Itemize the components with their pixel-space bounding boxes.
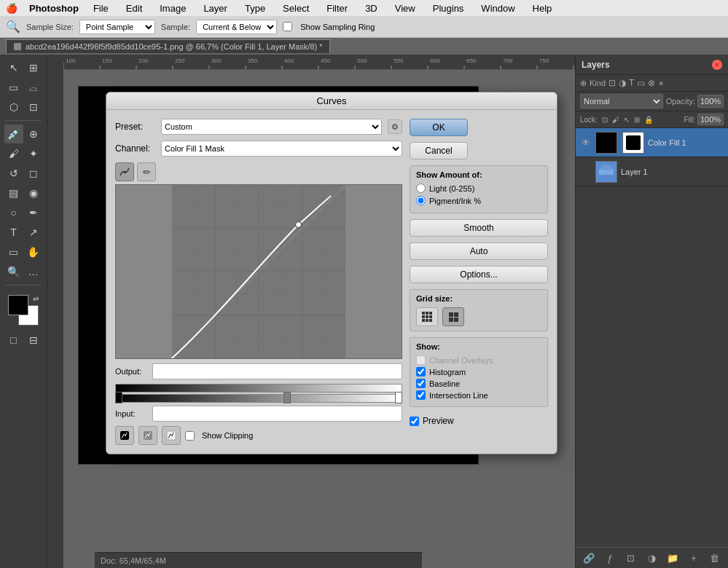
auto-button[interactable]: Auto	[410, 242, 548, 260]
curves-graph[interactable]	[115, 184, 402, 359]
cancel-button[interactable]: Cancel	[410, 142, 468, 159]
preset-select[interactable]: Custom Default Lighter Darker	[161, 119, 382, 135]
document-tab[interactable]: abcd2ea196d442f96f5f9d85dd10ce95-1.png @…	[6, 39, 330, 53]
dodge-tool[interactable]: ○	[4, 203, 23, 222]
add-layer-style-icon[interactable]: ƒ	[603, 551, 617, 565]
type-tool[interactable]: T	[4, 223, 23, 242]
history-brush-tool[interactable]: ↺	[4, 164, 23, 183]
blend-mode-select[interactable]: Normal Multiply Screen Overlay	[580, 94, 663, 109]
brush-tool[interactable]: 🖌	[4, 144, 23, 163]
black-point-slider[interactable]	[115, 392, 122, 403]
filter-toggle[interactable]: ●	[658, 78, 663, 88]
show-clipping-checkbox[interactable]	[185, 431, 195, 441]
lock-paint-icon[interactable]: 🖌	[612, 116, 619, 124]
zoom-tool[interactable]: 🔍	[4, 262, 23, 281]
spot-healing-tool[interactable]: ⊕	[24, 125, 43, 143]
artboard-tool[interactable]: ⊞	[24, 58, 43, 77]
rectangular-marquee-tool[interactable]: ▭	[4, 78, 23, 97]
shape-tool[interactable]: ▭	[4, 242, 23, 261]
edit-in-standard-mode[interactable]: □	[4, 331, 23, 350]
preset-gear-button[interactable]: ⚙	[388, 119, 402, 134]
pen-tool[interactable]: ✒	[24, 203, 43, 222]
move-tool[interactable]: ↖	[4, 58, 23, 77]
grid-small-button[interactable]	[416, 307, 438, 326]
menu-window[interactable]: Window	[478, 1, 517, 15]
smooth-button[interactable]: Smooth	[410, 219, 548, 237]
shape-filter-icon[interactable]: ▭	[637, 78, 645, 88]
foreground-color-swatch[interactable]	[8, 295, 28, 315]
lasso-tool[interactable]: ⌓	[24, 78, 43, 97]
pigment-radio[interactable]	[416, 196, 426, 205]
preview-checkbox[interactable]	[410, 417, 419, 426]
baseline-checkbox[interactable]	[416, 379, 426, 388]
menu-help[interactable]: Help	[530, 1, 555, 15]
black-point-eyedropper[interactable]	[115, 426, 134, 445]
menu-layer[interactable]: Layer	[200, 1, 230, 15]
adjustment-filter-icon[interactable]: ◑	[619, 78, 626, 88]
menu-edit[interactable]: Edit	[123, 1, 145, 15]
hand-tool[interactable]: ✋	[24, 242, 43, 261]
opacity-input[interactable]	[697, 95, 724, 108]
menu-image[interactable]: Image	[157, 1, 189, 15]
output-slider[interactable]	[115, 384, 402, 393]
white-point-eyedropper[interactable]	[162, 426, 181, 445]
layers-panel-close[interactable]: ×	[712, 60, 722, 70]
pixel-filter-icon[interactable]: ⊡	[608, 78, 616, 88]
lock-all-icon[interactable]: 🔒	[644, 116, 653, 124]
menu-plugins[interactable]: Plugins	[430, 1, 467, 15]
intersection-line-checkbox[interactable]	[416, 390, 426, 400]
path-selection-tool[interactable]: ↗	[24, 223, 43, 242]
new-group-icon[interactable]: 📁	[665, 551, 680, 565]
blur-tool[interactable]: ◉	[24, 184, 43, 202]
light-radio[interactable]	[416, 184, 426, 193]
eraser-tool[interactable]: ◻	[24, 164, 43, 183]
show-sampling-ring-checkbox[interactable]	[283, 22, 292, 31]
layer-link-icon[interactable]: 🔗	[582, 551, 596, 565]
menu-select[interactable]: Select	[280, 1, 312, 15]
channel-overlays-checkbox[interactable]	[416, 355, 426, 365]
fill-input[interactable]	[697, 114, 724, 125]
new-layer-icon[interactable]: +	[686, 551, 701, 565]
lock-transparent-icon[interactable]: ⊡	[602, 116, 608, 124]
sample-select[interactable]: Current & Below All Layers Current Layer	[196, 20, 277, 34]
sample-size-select[interactable]: Point Sample 3 by 3 Average 5 by 5 Avera…	[79, 20, 155, 34]
output-value	[152, 363, 402, 379]
swap-colors-icon[interactable]: ⇄	[33, 295, 39, 303]
white-point-slider[interactable]	[395, 392, 402, 403]
add-mask-icon[interactable]: ⊡	[624, 551, 638, 565]
ok-button[interactable]: OK	[410, 119, 468, 136]
curve-pencil-tool[interactable]: ✏	[137, 162, 156, 181]
menu-view[interactable]: View	[392, 1, 418, 15]
apple-menu[interactable]: 🍎	[6, 3, 17, 14]
grid-large-button[interactable]	[442, 307, 464, 326]
gray-point-eyedropper[interactable]	[138, 426, 157, 445]
smart-filter-icon[interactable]: ⊗	[648, 78, 655, 88]
midpoint-slider[interactable]	[283, 392, 291, 403]
channel-select[interactable]: Color Fill 1 Mask RGB Red Green Blue	[161, 141, 402, 157]
eyedropper-tool[interactable]: 💉	[4, 125, 23, 143]
screen-mode[interactable]: ⊟	[24, 331, 43, 350]
histogram-checkbox[interactable]	[416, 367, 426, 376]
lock-artboard-icon[interactable]: ⊞	[634, 116, 640, 124]
extra-tools[interactable]: …	[24, 262, 43, 281]
add-adjustment-icon[interactable]: ◑	[644, 551, 659, 565]
layer-visibility-eye-1[interactable]: 👁	[580, 137, 592, 149]
quick-selection-tool[interactable]: ⬡	[4, 98, 23, 117]
type-filter-icon[interactable]: T	[629, 78, 634, 88]
menu-3d[interactable]: 3D	[362, 1, 380, 15]
colors-preview[interactable]: ⇄	[8, 295, 39, 326]
options-button[interactable]: Options...	[410, 266, 548, 283]
menu-type[interactable]: Type	[242, 1, 268, 15]
crop-tool[interactable]: ⊡	[24, 98, 43, 117]
layer-color-fill-1[interactable]: 👁 Color Fill 1	[576, 128, 728, 157]
delete-layer-icon[interactable]: 🗑	[708, 551, 722, 565]
menu-filter[interactable]: Filter	[324, 1, 351, 15]
lock-move-icon[interactable]: ↖	[624, 116, 630, 124]
layer-mask-thumbnail-1[interactable]	[622, 132, 644, 154]
gradient-tool[interactable]: ▤	[4, 184, 23, 202]
layer-visibility-eye-2[interactable]: 👁	[580, 166, 592, 178]
curve-point-tool[interactable]	[115, 162, 134, 181]
menu-file[interactable]: File	[90, 1, 111, 15]
layer-layer-1[interactable]: 👁 Layer 1	[576, 157, 728, 186]
clone-stamp-tool[interactable]: ✦	[24, 144, 43, 163]
